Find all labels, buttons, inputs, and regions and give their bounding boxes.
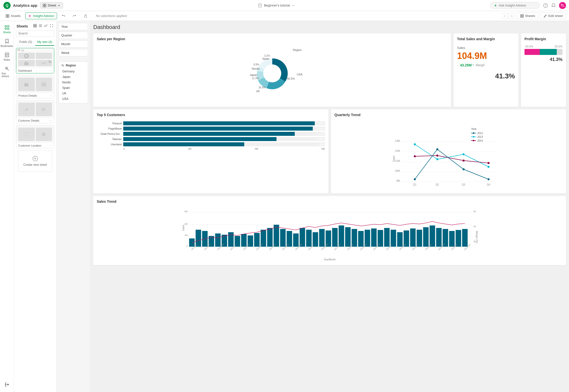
sort-icon [44,24,48,27]
svg-rect-22 [522,16,524,17]
svg-text:2014: 2014 [477,139,483,142]
sheet-more-customer[interactable]: ··· [50,119,52,122]
quarterly-title: Quarterly Trend [334,113,563,117]
back-btn[interactable] [59,13,68,19]
sheet-item-dashboard[interactable]: #1 [16,48,54,73]
svg-rect-158 [306,230,312,247]
tutorial-btn[interactable]: Beginner's tutorial [264,3,295,7]
svg-rect-164 [345,227,351,247]
svg-rect-152 [267,228,273,247]
svg-rect-49 [24,62,25,65]
key-drivers-sidebar-icon [4,66,10,71]
topbar-center: Beginner's tutorial [66,3,488,7]
sheet-more-dashboard[interactable]: ··· [50,69,52,72]
list-view-btn[interactable] [38,23,43,29]
sheet-item-customer-details[interactable]: Customer Details ··· [16,100,54,123]
sheet-more-product[interactable]: ··· [50,94,52,97]
grid-view-btn[interactable] [33,23,37,29]
thumb-cell-3 [18,60,35,66]
sheets-btn[interactable]: Sheets [517,12,538,19]
filter-region-japan[interactable]: Japan [60,74,86,80]
filter-quarter[interactable]: Quarter [58,32,88,39]
assets-btn[interactable]: Assets [3,12,23,19]
edit-icon [544,14,547,18]
tab-public[interactable]: Public (0) [16,39,35,46]
top5-customers-card: Top 5 Customers Paracel 5.69M PageWave [93,109,328,194]
sidebar-item-sheets[interactable]: Sheets [1,23,13,36]
sheet-selector[interactable]: Sheet [40,2,63,8]
svg-rect-17 [8,16,9,17]
svg-text:40: 40 [474,225,476,228]
sidebar-item-notes[interactable]: Notes [1,50,13,63]
create-sheet-label: Create new sheet [23,163,47,167]
sidebar-item-key-drivers[interactable]: Key drivers [1,64,13,80]
tab-my-own[interactable]: My own (4) [35,39,54,46]
filter-week[interactable]: Week [58,49,88,56]
svg-rect-170 [384,228,390,247]
filter-region-germany[interactable]: Germany [60,69,86,74]
bookmarks-sidebar-icon [4,39,10,44]
nav-next[interactable]: › [509,13,515,19]
svg-text:Sales: Sales [182,225,185,231]
filter-region-spain[interactable]: Spain [60,85,86,91]
svg-text:Sales: Sales [392,156,395,162]
sales-label: Sales [457,46,515,50]
bar-thumb-icon [24,61,29,65]
svg-rect-2 [43,4,44,5]
sheets-search-input[interactable] [16,30,54,37]
sidebar-collapse-btn[interactable] [1,380,13,389]
avatar[interactable]: TL [559,2,566,9]
insight-search-input[interactable] [499,3,534,7]
sheet-item-customer-location[interactable]: Customer Location ··· [16,125,54,148]
sidebar-bookmarks-label: Bookmarks [1,45,13,47]
filter-year[interactable]: Year [58,23,88,30]
app-name: Analytics app [13,3,38,7]
sheets-tabs: Public (0) My own (4) [16,39,54,46]
help-icon[interactable]: ? [543,3,548,8]
filter-panel: Year Quarter Month Week Region Germany J… [56,21,90,392]
svg-rect-171 [391,230,396,247]
insight-advisor-btn[interactable]: Insight Advisor [25,12,57,19]
sheet-item-product-details[interactable]: Product Details ··· [16,75,54,98]
profit-bar-pink [524,49,540,55]
svg-rect-61 [42,83,44,84]
svg-point-112 [436,158,438,160]
nav-prev[interactable]: ‹ [502,13,508,19]
insight-sparkle-icon [28,14,32,18]
svg-point-66 [26,108,27,109]
customers-bars: Paracel 5.69M PageWave 5.63M [97,119,325,150]
sort-btn[interactable] [44,23,48,29]
edit-sheet-btn[interactable]: Edit sheet [540,12,566,19]
main-area: Sheets Bookmarks Notes Key drivers Sheet… [0,21,569,392]
expand-btn[interactable] [49,23,54,29]
svg-text:50: 50 [474,210,476,213]
svg-point-118 [488,162,490,164]
svg-text:4M: 4M [184,223,188,225]
grid-icon [6,14,9,18]
selections-btn[interactable] [81,13,90,19]
svg-rect-160 [319,229,325,247]
svg-rect-52 [28,62,28,65]
profit-bar [524,49,562,55]
insight-advisor-search[interactable] [490,2,540,9]
sheets-panel-header: Sheets [14,21,56,30]
location-thumb-cell-2 [36,128,52,141]
bar-fill-deak [123,132,295,136]
svg-text:2013: 2013 [477,136,483,138]
forward-btn[interactable] [70,13,79,19]
svg-text:0: 0 [186,245,188,247]
sheet-more-location[interactable]: ··· [50,144,52,147]
sheet-item-footer-customer: Customer Details ··· [16,118,54,123]
donut-chart: Region [97,43,448,103]
create-sheet-btn[interactable]: Create new sheet [18,150,52,172]
bar-row-pagewave: PageWave 5.63M [97,127,325,131]
filter-region-uk[interactable]: UK [60,91,86,96]
filter-region-nordic[interactable]: Nordic [60,80,86,85]
sidebar-item-bookmarks[interactable]: Bookmarks [1,37,13,49]
filter-region-usa[interactable]: USA [60,96,86,102]
nav-arrows: ‹ › [502,13,515,19]
grid-view-icon [33,24,37,27]
svg-rect-176 [423,227,429,247]
bell-icon[interactable] [551,3,556,8]
filter-month[interactable]: Month [58,40,88,48]
